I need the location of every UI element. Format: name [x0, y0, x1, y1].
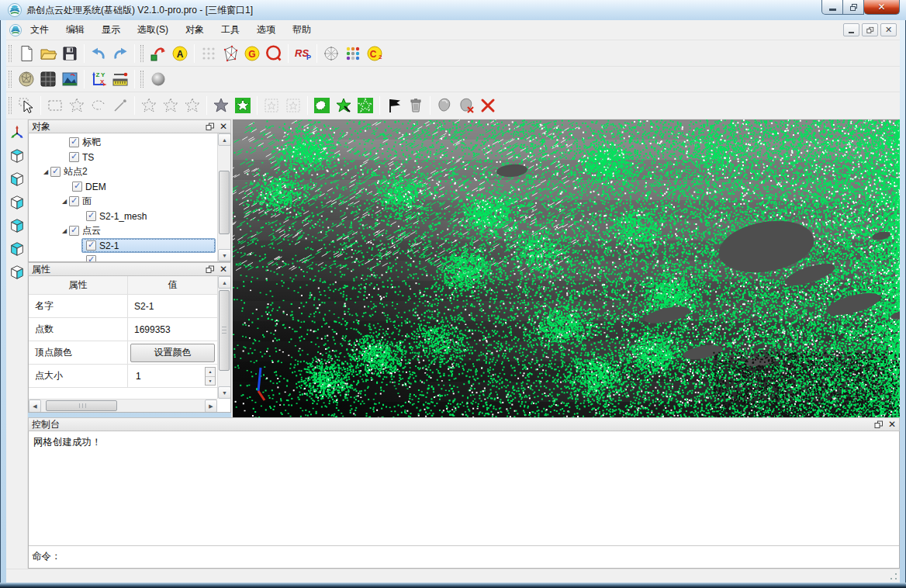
point-size-stepper[interactable]: ▲▼	[205, 367, 216, 386]
spin-down-icon[interactable]: ▼	[206, 377, 215, 386]
rs-resample-button[interactable]: RS P	[292, 43, 313, 64]
q-tool-button[interactable]	[263, 43, 285, 64]
toolbar-grip[interactable]	[140, 71, 144, 88]
image-view-button[interactable]	[59, 68, 81, 90]
checkbox[interactable]: ✓	[50, 167, 61, 177]
axis-zyx-button[interactable]: Z Y X	[88, 68, 109, 90]
command-line[interactable]: 命令：	[29, 545, 899, 568]
box-disabled-1-button[interactable]	[261, 95, 282, 116]
checkbox[interactable]: ✓	[69, 226, 79, 236]
tree-item[interactable]: ✓ 标靶	[29, 135, 217, 150]
scroll-right-icon[interactable]: ▶	[205, 399, 217, 413]
checkbox[interactable]: ✓	[69, 137, 79, 147]
trash-button[interactable]	[405, 95, 427, 116]
polyhedron-button[interactable]	[16, 68, 37, 90]
menu-help[interactable]: 帮助	[284, 20, 320, 40]
box-disabled-2-button[interactable]	[282, 95, 304, 116]
menu-object[interactable]: 对象	[177, 20, 213, 40]
blob-button[interactable]	[434, 95, 455, 116]
menu-select[interactable]: 选取(S)	[129, 20, 177, 40]
menu-view[interactable]: 显示	[93, 20, 129, 40]
mdi-close-button[interactable]: ✕	[880, 23, 897, 36]
star-green-box-button[interactable]	[232, 95, 254, 116]
expander-icon[interactable]: ◢	[60, 227, 69, 234]
tree-item[interactable]: ✓ DEM	[29, 179, 217, 194]
mdi-minimize-button[interactable]	[843, 23, 859, 36]
save-file-button[interactable]	[59, 43, 81, 64]
properties-vertical-scrollbar[interactable]: ▲ ▼	[217, 276, 230, 399]
checkbox[interactable]: ✓	[86, 240, 96, 251]
scroll-thumb[interactable]	[46, 400, 117, 411]
menu-edit[interactable]: 编辑	[57, 20, 93, 40]
view-cube-left-button[interactable]	[7, 169, 27, 189]
green-select-star-button[interactable]	[333, 95, 354, 116]
undo-button[interactable]	[88, 43, 109, 64]
tree-item[interactable]: ◢ ✓ 面	[29, 194, 217, 209]
star-select-2-button[interactable]	[160, 95, 182, 116]
float-panel-icon[interactable]	[874, 420, 884, 429]
tree-item-partial[interactable]: ✓	[29, 253, 217, 262]
close-button[interactable]: ✕	[864, 0, 900, 15]
scroll-thumb[interactable]	[219, 290, 230, 371]
lasso-select-button[interactable]	[88, 95, 109, 116]
measure-ruler-button[interactable]	[109, 68, 131, 90]
c2-tool-button[interactable]: C 2	[364, 43, 386, 64]
mesh-gray-button[interactable]	[320, 43, 342, 64]
g-tool-button[interactable]: G	[241, 43, 263, 64]
tree-item[interactable]: ◢ ✓ 点云	[29, 223, 217, 238]
polygon-select-button[interactable]	[66, 95, 88, 116]
float-panel-icon[interactable]	[206, 123, 215, 131]
star-select-1-button[interactable]	[138, 95, 160, 116]
flag-button[interactable]	[383, 95, 405, 116]
checkbox[interactable]: ✓	[69, 152, 79, 162]
close-panel-icon[interactable]: ✕	[220, 265, 227, 274]
property-value[interactable]: 1699353	[128, 318, 217, 341]
view-cube-top-right-button[interactable]	[7, 216, 27, 236]
minimize-button[interactable]	[821, 0, 843, 15]
tree-vertical-scrollbar[interactable]: ▲ ▼	[217, 133, 230, 261]
view-cube-top-button[interactable]	[7, 146, 27, 166]
color-points-button[interactable]	[342, 43, 364, 64]
scroll-down-icon[interactable]: ▼	[218, 386, 231, 399]
property-value[interactable]: S2-1	[128, 295, 217, 317]
view-cube-right-button[interactable]	[7, 192, 27, 213]
open-file-button[interactable]	[37, 43, 59, 64]
float-panel-icon[interactable]	[206, 265, 215, 274]
close-panel-icon[interactable]: ✕	[220, 122, 227, 131]
star-select-3-button[interactable]	[182, 95, 203, 116]
delete-x-button[interactable]	[477, 95, 499, 116]
scroll-up-icon[interactable]: ▲	[218, 133, 231, 146]
menu-tools[interactable]: 工具	[213, 20, 248, 40]
checkbox[interactable]: ✓	[72, 182, 82, 192]
checkbox[interactable]: ✓	[86, 211, 96, 221]
scroll-up-icon[interactable]: ▲	[218, 276, 231, 289]
mesh-prism-button[interactable]	[220, 43, 241, 64]
console-output[interactable]: 网格创建成功！ 命令：	[28, 431, 900, 569]
axis-triad-button[interactable]	[7, 123, 27, 143]
checkbox[interactable]: ✓	[86, 255, 96, 262]
checkbox[interactable]: ✓	[69, 196, 79, 206]
line-select-button[interactable]	[109, 95, 131, 116]
mdi-restore-button[interactable]	[862, 23, 878, 36]
sphere-button[interactable]	[147, 68, 169, 90]
grid-table-button[interactable]	[37, 68, 59, 90]
set-color-button[interactable]: 设置颜色	[130, 344, 215, 362]
properties-horizontal-scrollbar[interactable]: ◀ ▶	[29, 399, 217, 412]
rect-select-button[interactable]	[44, 95, 66, 116]
register-pointcloud-button[interactable]	[147, 43, 169, 64]
toolbar-grip[interactable]	[140, 45, 144, 62]
point-size-field[interactable]	[134, 370, 188, 382]
title-bar[interactable]: 鼎创点云处理系统(基础版) V2.1.0-pro.pro - [三维窗口1] ✕	[0, 0, 906, 20]
restore-button[interactable]	[843, 0, 864, 15]
annotate-button[interactable]: A	[169, 43, 191, 64]
expander-icon[interactable]: ◢	[41, 168, 50, 175]
toolbar-grip[interactable]	[9, 97, 12, 114]
green-select-blob-button[interactable]	[311, 95, 333, 116]
star-solid-button[interactable]	[210, 95, 232, 116]
tree-item[interactable]: ◢ ✓ 站点2	[29, 164, 217, 179]
blob-delete-button[interactable]	[455, 95, 477, 116]
new-file-button[interactable]	[16, 43, 37, 64]
resize-grip[interactable]	[889, 572, 898, 581]
scroll-down-icon[interactable]: ▼	[218, 249, 231, 261]
spin-up-icon[interactable]: ▲	[206, 368, 215, 377]
